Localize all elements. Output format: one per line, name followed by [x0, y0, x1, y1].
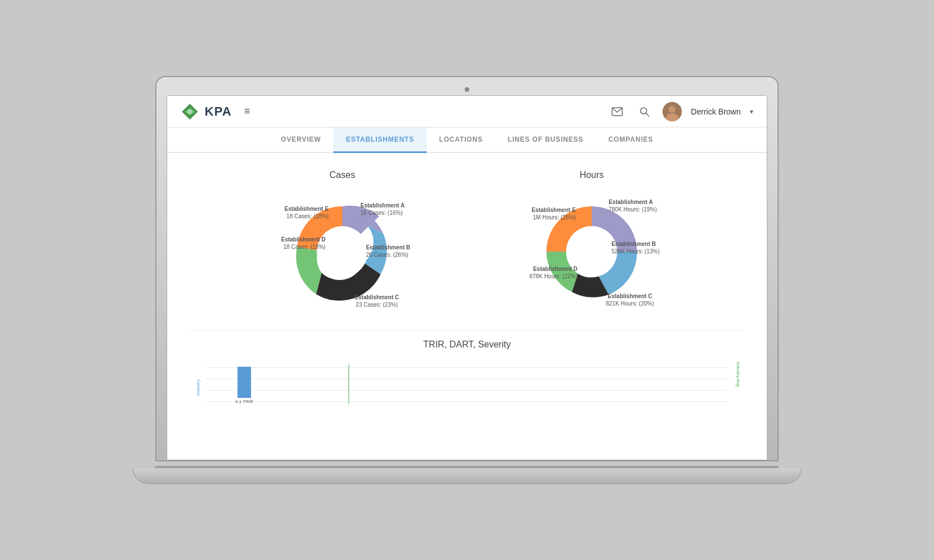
laptop-base: [133, 468, 801, 484]
user-dropdown-arrow[interactable]: ▾: [750, 108, 753, 116]
grid-line-1: [207, 367, 727, 368]
laptop-container: KPA ≡: [155, 76, 779, 484]
charts-row: Cases: [190, 170, 744, 314]
cases-label-a: Establishment A16 Cases: (16%): [360, 202, 405, 217]
hours-label-c: Establishment C821K Hours: (20%): [606, 292, 654, 307]
hours-label-a: Establishment A780K Hours: (19%): [609, 198, 657, 213]
svg-point-10: [317, 226, 368, 277]
avatar[interactable]: [663, 102, 682, 121]
hours-label-d: Establishment D878K Hours: (22%): [529, 265, 578, 280]
main-content: Cases: [167, 153, 767, 460]
hours-donut: Establishment E1M Hours: (25%) Establish…: [529, 189, 654, 314]
search-icon[interactable]: [635, 103, 653, 121]
nav-bar: OVERVIEW ESTABLISHMENTS LOCATIONS LINES …: [167, 128, 767, 153]
cases-chart-title: Cases: [329, 170, 355, 180]
trir-title: TRIR, DART, Severity: [190, 340, 744, 350]
tab-locations[interactable]: LOCATIONS: [427, 128, 495, 153]
cases-donut: Establishment E18 Cases: (18%) Establish…: [280, 189, 405, 314]
app-container: KPA ≡: [167, 96, 767, 460]
cases-chart-section: Cases: [229, 170, 456, 314]
mail-icon[interactable]: [608, 103, 626, 121]
trir-bar-group-1: 4.1 TRIR: [235, 367, 253, 404]
kpa-logo-icon: [181, 103, 199, 121]
trir-chart-area: Industry Industry Avg 4.1 TRIR: [190, 359, 744, 410]
tab-establishments[interactable]: ESTABLISHMENTS: [333, 128, 426, 153]
cases-label-c: Establishment C23 Cases: (23%): [355, 294, 399, 308]
hours-chart-title: Hours: [580, 170, 604, 180]
header: KPA ≡: [167, 96, 767, 128]
tab-overview[interactable]: OVERVIEW: [269, 128, 334, 153]
cases-label-b: Establishment B26 Cases: (26%): [366, 244, 410, 258]
svg-line-6: [646, 113, 649, 116]
user-name: Derrick Brown: [691, 107, 741, 116]
grid-line-2: [207, 379, 727, 379]
industry-avg-line: [349, 364, 349, 404]
trir-bar-label-1: 4.1 TRIR: [235, 399, 253, 404]
trir-section: TRIR, DART, Severity Industry Industry A…: [190, 330, 744, 410]
svg-point-8: [669, 106, 676, 113]
laptop-screen: KPA ≡: [167, 95, 767, 460]
laptop-body: KPA ≡: [155, 76, 779, 461]
logo-text: KPA: [205, 104, 232, 119]
tab-companies[interactable]: COMPANIES: [596, 128, 665, 153]
header-right: Derrick Brown ▾: [608, 102, 753, 121]
grid-line-3: [207, 390, 727, 391]
cases-label-e: Establishment E18 Cases: (18%): [285, 205, 329, 220]
tab-lines-of-business[interactable]: LINES OF BUSINESS: [495, 128, 596, 153]
laptop-camera: [465, 87, 469, 92]
logo-area: KPA ≡: [181, 103, 608, 121]
hours-label-e: Establishment E1M Hours: (25%): [532, 206, 576, 221]
trir-y-label-left: Industry: [196, 362, 201, 396]
hours-chart-section: Hours: [478, 170, 705, 314]
hamburger-icon[interactable]: ≡: [244, 105, 251, 117]
trir-y-label-right: Industry Avg: [736, 362, 741, 401]
cases-label-d: Establishment D18 Cases: (18%): [281, 236, 325, 251]
hours-label-b: Establishment B526K Hours: (13%): [612, 240, 660, 255]
svg-marker-3: [188, 109, 192, 114]
trir-bar-1: [237, 367, 251, 398]
grid-line-4: [207, 401, 727, 402]
